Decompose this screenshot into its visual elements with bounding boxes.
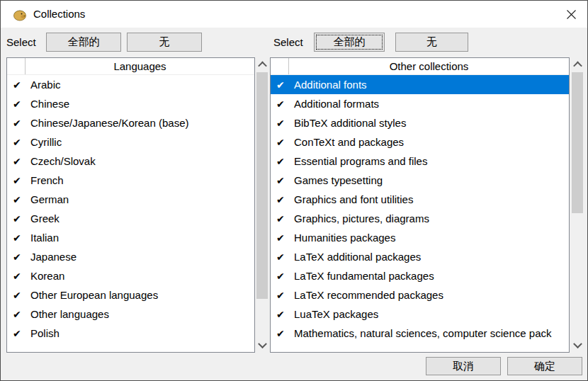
list-item[interactable]: ✔Greek xyxy=(7,209,254,228)
list-item[interactable]: ✔German xyxy=(7,190,254,209)
list-item-label: LaTeX additional packages xyxy=(294,251,421,263)
list-item[interactable]: ✔Other European languages xyxy=(7,285,254,305)
list-item-label: Japanese xyxy=(30,251,77,263)
languages-list: Languages ✔Arabic✔Chinese✔Chinese/Japane… xyxy=(6,57,255,353)
list-item-label: Chinese/Japanese/Korean (base) xyxy=(30,117,188,129)
list-item-label: Essential programs and files xyxy=(294,155,427,167)
list-item-label: LuaTeX packages xyxy=(294,308,378,320)
checkmark-icon: ✔ xyxy=(276,137,289,148)
checkmark-icon: ✔ xyxy=(276,213,289,224)
list-item[interactable]: ✔Additional fonts xyxy=(271,75,569,94)
list-item-label: Other European languages xyxy=(30,289,158,301)
other-collections-header-label: Other collections xyxy=(289,60,569,72)
other-collections-scrollbar[interactable] xyxy=(571,57,584,353)
checkmark-icon: ✔ xyxy=(13,290,26,301)
checkmark-icon: ✔ xyxy=(13,309,26,320)
checkmark-icon: ✔ xyxy=(13,271,26,282)
checkmark-icon: ✔ xyxy=(13,98,26,110)
scroll-up-button[interactable] xyxy=(571,57,584,72)
scroll-up-button[interactable] xyxy=(256,57,268,72)
left-select-all-button[interactable]: 全部的 xyxy=(46,33,121,52)
scroll-thumb[interactable] xyxy=(572,72,583,213)
list-item[interactable]: ✔Cyrillic xyxy=(7,132,254,152)
list-item[interactable]: ✔Humanities packages xyxy=(271,228,569,247)
list-item[interactable]: ✔Additional formats xyxy=(271,94,569,113)
languages-header: Languages xyxy=(7,58,254,75)
checkmark-icon: ✔ xyxy=(276,98,289,110)
list-item[interactable]: ✔French xyxy=(7,171,254,190)
checkmark-icon: ✔ xyxy=(276,156,289,167)
left-select-none-button[interactable]: 无 xyxy=(127,33,202,52)
checkmark-icon: ✔ xyxy=(276,271,289,282)
checkmark-icon: ✔ xyxy=(13,118,26,129)
list-item-label: Greek xyxy=(30,212,60,224)
right-select-all-button[interactable]: 全部的 xyxy=(314,33,385,52)
checkmark-icon: ✔ xyxy=(276,309,289,320)
list-item[interactable]: ✔LuaTeX packages xyxy=(271,305,569,324)
left-select-label: Select xyxy=(6,33,36,52)
list-item[interactable]: ✔Czech/Slovak xyxy=(7,152,254,171)
list-item-label: Italian xyxy=(30,232,59,244)
checkmark-icon: ✔ xyxy=(13,213,26,224)
checkmark-icon: ✔ xyxy=(276,290,289,301)
checkmark-icon: ✔ xyxy=(13,194,26,205)
checkmark-icon: ✔ xyxy=(13,232,26,244)
list-item[interactable]: ✔Mathematics, natural sciences, computer… xyxy=(271,324,569,343)
languages-header-label: Languages xyxy=(26,60,254,72)
list-item-label: BibTeX additional styles xyxy=(294,117,406,129)
list-item-label: Chinese xyxy=(30,98,69,110)
right-select-none-button[interactable]: 无 xyxy=(395,33,468,52)
languages-scrollbar[interactable] xyxy=(256,57,268,353)
list-item-label: French xyxy=(30,174,64,186)
list-item-label: ConTeXt and packages xyxy=(294,136,404,148)
list-item[interactable]: ✔Chinese/Japanese/Korean (base) xyxy=(7,113,254,132)
other-collections-rows: ✔Additional fonts✔Additional formats✔Bib… xyxy=(271,75,569,343)
checkmark-icon: ✔ xyxy=(276,79,289,91)
checkmark-icon: ✔ xyxy=(276,251,289,263)
list-item[interactable]: ✔Other languages xyxy=(7,305,254,324)
list-item[interactable]: ✔Graphics and font utilities xyxy=(271,190,569,209)
checkmark-icon: ✔ xyxy=(13,251,26,263)
scroll-down-button[interactable] xyxy=(256,339,268,353)
list-item[interactable]: ✔Chinese xyxy=(7,94,254,113)
list-item-label: Cyrillic xyxy=(30,136,62,148)
scroll-thumb[interactable] xyxy=(256,72,268,299)
list-item[interactable]: ✔Graphics, pictures, diagrams xyxy=(271,209,569,228)
list-item-label: Czech/Slovak xyxy=(30,155,96,167)
list-item-label: Games typesetting xyxy=(294,174,383,186)
ok-button[interactable]: 确定 xyxy=(507,357,582,375)
close-button[interactable] xyxy=(560,4,582,25)
list-item[interactable]: ✔Italian xyxy=(7,228,254,247)
list-item[interactable]: ✔Arabic xyxy=(7,75,254,94)
list-item-label: Graphics, pictures, diagrams xyxy=(294,212,429,224)
list-item[interactable]: ✔Games typesetting xyxy=(271,171,569,190)
checkmark-icon: ✔ xyxy=(276,175,289,186)
chevron-down-icon xyxy=(573,339,582,348)
checkmark-icon: ✔ xyxy=(13,79,26,91)
list-item[interactable]: ✔ConTeXt and packages xyxy=(271,132,569,152)
list-item-label: Additional fonts xyxy=(294,79,367,91)
checkmark-icon: ✔ xyxy=(13,156,26,167)
list-item-label: Graphics and font utilities xyxy=(294,193,413,205)
collections-dialog: Collections Select 全部的 无 Select 全部的 无 La… xyxy=(0,0,588,381)
list-item-label: Other languages xyxy=(30,308,109,320)
list-item[interactable]: ✔Polish xyxy=(7,324,254,343)
list-item-label: Humanities packages xyxy=(294,232,395,244)
cancel-button[interactable]: 取消 xyxy=(426,357,501,375)
check-column-header xyxy=(271,58,289,74)
list-item[interactable]: ✔Korean xyxy=(7,266,254,285)
list-item[interactable]: ✔LaTeX recommended packages xyxy=(271,285,569,305)
list-item[interactable]: ✔Essential programs and files xyxy=(271,152,569,171)
texlive-lion-icon xyxy=(12,7,28,21)
list-item-label: Polish xyxy=(30,327,60,339)
list-item-label: Arabic xyxy=(30,79,61,91)
list-item[interactable]: ✔Japanese xyxy=(7,247,254,266)
list-item[interactable]: ✔BibTeX additional styles xyxy=(271,113,569,132)
checkmark-icon: ✔ xyxy=(276,118,289,129)
list-item[interactable]: ✔LaTeX additional packages xyxy=(271,247,569,266)
window-title: Collections xyxy=(33,1,85,28)
list-item[interactable]: ✔LaTeX fundamental packages xyxy=(271,266,569,285)
list-item-label: Additional formats xyxy=(294,98,379,110)
title-bar: Collections xyxy=(1,1,587,28)
scroll-down-button[interactable] xyxy=(571,339,584,353)
